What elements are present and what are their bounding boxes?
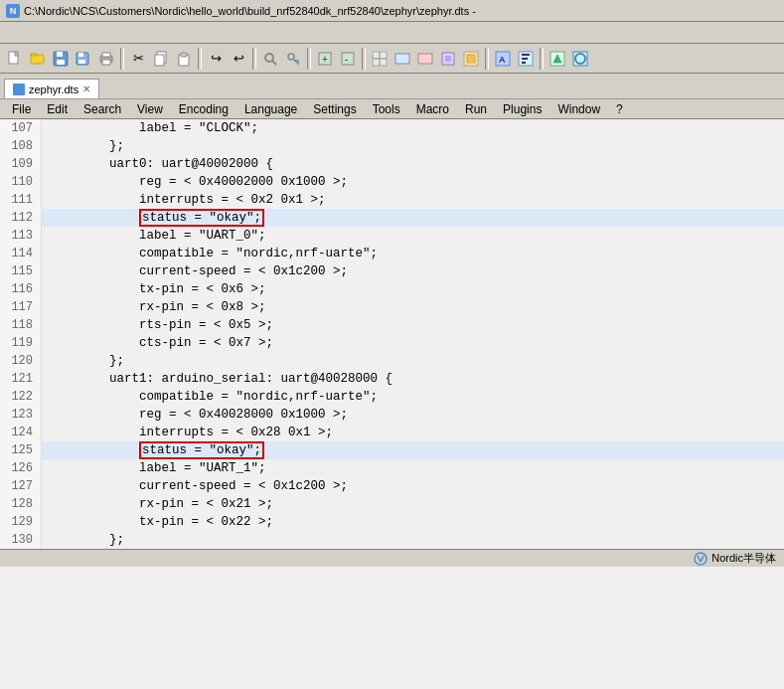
menu-plugins[interactable]: Plugins [495, 100, 549, 118]
menu-language[interactable]: Language [236, 100, 305, 118]
code-line-125: 125 status = "okay"; [0, 441, 784, 459]
toolbar-btn-e[interactable] [460, 48, 482, 70]
line-number-109: 109 [0, 155, 42, 173]
line-number-113: 113 [0, 227, 42, 245]
nordic-logo-icon [694, 552, 707, 566]
toolbar: ✂ ↩ ↩ + - A [0, 44, 784, 74]
line-number-121: 121 [0, 370, 42, 388]
copy-button[interactable] [150, 48, 172, 70]
line-number-115: 115 [0, 262, 42, 280]
line-number-110: 110 [0, 173, 42, 191]
code-line-112: 112 status = "okay"; [0, 209, 784, 227]
line-number-116: 116 [0, 280, 42, 298]
line-content-120: }; [42, 352, 784, 370]
menu-help[interactable]: ? [608, 100, 631, 118]
menu-bar [0, 22, 784, 44]
code-editor[interactable]: 107 label = "CLOCK";108 };109 uart0: uar… [0, 119, 784, 549]
code-line-121: 121 uart1: arduino_serial: uart@40028000… [0, 370, 784, 388]
zoom-out-button[interactable]: - [337, 48, 359, 70]
toolbar-btn-b[interactable] [392, 48, 413, 70]
line-content-114: compatible = "nordic,nrf-uarte"; [42, 245, 784, 262]
line-number-120: 120 [0, 352, 42, 370]
code-line-124: 124 interrupts = < 0x28 0x1 >; [0, 424, 784, 441]
menu-file[interactable]: File [4, 100, 39, 118]
separator-5 [362, 48, 366, 70]
toolbar-btn-g[interactable] [515, 48, 537, 70]
menu-edit[interactable]: Edit [39, 100, 76, 118]
toolbar-btn-a[interactable] [369, 48, 391, 70]
line-number-125: 125 [0, 441, 42, 459]
svg-text:-: - [345, 54, 348, 65]
svg-point-43 [695, 553, 706, 565]
save-button[interactable] [50, 48, 72, 70]
svg-line-44 [698, 556, 701, 562]
line-number-117: 117 [0, 298, 42, 316]
status-okay-highlight: status = "okay"; [139, 209, 264, 227]
toolbar-btn-i[interactable] [569, 48, 591, 70]
code-line-117: 117 rx-pin = < 0x8 >; [0, 298, 784, 316]
line-number-114: 114 [0, 245, 42, 262]
separator-1 [120, 48, 124, 70]
line-number-124: 124 [0, 424, 42, 441]
print-button[interactable] [95, 48, 117, 70]
code-line-107: 107 label = "CLOCK"; [0, 119, 784, 137]
menu-view[interactable]: View [129, 100, 171, 118]
menu-tools[interactable]: Tools [365, 100, 408, 118]
menu-window[interactable]: Window [549, 100, 608, 118]
code-line-111: 111 interrupts = < 0x2 0x1 >; [0, 191, 784, 209]
svg-rect-31 [445, 56, 451, 62]
line-number-122: 122 [0, 388, 42, 406]
code-line-127: 127 current-speed = < 0x1c200 >; [0, 477, 784, 495]
paste-button[interactable] [173, 48, 195, 70]
menu-run[interactable]: Run [457, 100, 495, 118]
code-line-116: 116 tx-pin = < 0x6 >; [0, 280, 784, 298]
line-number-127: 127 [0, 477, 42, 495]
save-all-button[interactable] [73, 48, 94, 70]
find-button[interactable] [259, 48, 281, 70]
line-content-119: cts-pin = < 0x7 >; [42, 334, 784, 352]
open-button[interactable] [27, 48, 49, 70]
new-button[interactable] [4, 48, 26, 70]
line-number-111: 111 [0, 191, 42, 209]
svg-rect-5 [57, 52, 63, 57]
code-line-108: 108 }; [0, 137, 784, 155]
code-line-120: 120 }; [0, 352, 784, 370]
menu-encoding[interactable]: Encoding [171, 100, 236, 118]
cut-button[interactable]: ✂ [127, 48, 149, 70]
toolbar-btn-h[interactable] [547, 48, 568, 70]
toolbar-btn-f[interactable]: A [492, 48, 514, 70]
status-logo-text: Nordic半导体 [711, 551, 776, 566]
line-content-108: }; [42, 137, 784, 155]
zoom-in-button[interactable]: + [314, 48, 336, 70]
line-number-129: 129 [0, 513, 42, 531]
code-line-126: 126 label = "UART_1"; [0, 459, 784, 477]
separator-3 [252, 48, 256, 70]
line-content-112: status = "okay"; [42, 209, 784, 227]
toolbar-btn-d[interactable] [437, 48, 459, 70]
svg-rect-9 [78, 60, 85, 64]
menu-macro[interactable]: Macro [408, 100, 457, 118]
svg-rect-12 [102, 60, 110, 65]
toolbar-btn-c[interactable] [414, 48, 436, 70]
replace-button[interactable] [282, 48, 304, 70]
menu-settings[interactable]: Settings [305, 100, 364, 118]
svg-rect-8 [78, 53, 83, 57]
line-content-116: tx-pin = < 0x6 >; [42, 280, 784, 298]
code-line-119: 119 cts-pin = < 0x7 >; [0, 334, 784, 352]
line-content-121: uart1: arduino_serial: uart@40028000 { [42, 370, 784, 388]
svg-line-45 [701, 556, 704, 562]
line-content-130: }; [42, 531, 784, 549]
undo-button[interactable]: ↩ [205, 48, 227, 70]
line-content-128: rx-pin = < 0x21 >; [42, 495, 784, 513]
separator-7 [540, 48, 544, 70]
redo-button[interactable]: ↩ [228, 48, 249, 70]
line-number-118: 118 [0, 316, 42, 334]
menu-search[interactable]: Search [76, 100, 129, 118]
status-logo: Nordic半导体 [694, 551, 776, 566]
title-text: C:\Nordic\NCS\Customers\Nordic\hello_wor… [24, 5, 476, 17]
tab-close-button[interactable]: ✕ [82, 84, 90, 94]
svg-text:A: A [499, 55, 506, 65]
tab-zephyr-dts[interactable]: zephyr.dts ✕ [4, 79, 99, 98]
svg-rect-3 [31, 54, 37, 56]
line-content-111: interrupts = < 0x2 0x1 >; [42, 191, 784, 209]
